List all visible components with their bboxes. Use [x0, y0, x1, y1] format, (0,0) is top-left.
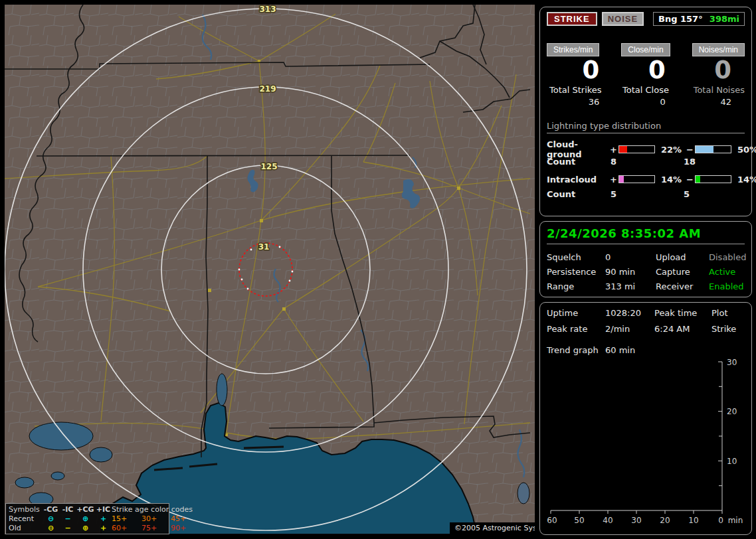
strike-mode-button[interactable]: STRIKE: [547, 12, 597, 26]
total-strikes-label: Total Strikes: [547, 85, 613, 95]
range-label: Range: [547, 281, 605, 291]
plus-sign: +: [610, 145, 618, 155]
x-tick-40: 40: [603, 516, 613, 525]
squelch-value: 0: [605, 252, 656, 262]
noise-mode-button[interactable]: NOISE: [602, 12, 644, 26]
x-tick-10: 10: [688, 516, 698, 525]
plot-mode-value: Strike: [711, 324, 745, 334]
count-label: Count: [547, 157, 611, 167]
upload-status: Disabled: [709, 252, 746, 262]
age-15: 15+: [112, 514, 142, 524]
bearing-readout: Bng 157° 398mi: [653, 12, 745, 26]
total-noises-value: 42: [679, 97, 745, 107]
squelch-label: Squelch: [547, 252, 605, 262]
cg-negative-bar-fill: [696, 146, 713, 153]
trend-graph-chart: 30 20 10 60 50 40 30 20 10 0 min: [547, 359, 745, 526]
trend-x-labels: 60 50 40 30 20 10 0 min: [547, 516, 743, 525]
neg-ic-recent-icon: −: [60, 514, 76, 524]
close-per-min-value: 0: [613, 56, 678, 84]
strike-stats-panel: STRIKE NOISE Bng 157° 398mi Strikes/min …: [539, 7, 752, 216]
distribution-heading: Lightning type distribution: [547, 121, 745, 133]
x-tick-20: 20: [660, 516, 670, 525]
upload-label: Upload: [656, 252, 709, 262]
ic-positive-bar-fill: [619, 176, 624, 183]
datetime-display: 2/24/2026 8:35:02 AM: [547, 226, 745, 244]
uptime-label: Uptime: [547, 308, 605, 318]
total-noises-label: Total Noises: [679, 85, 745, 95]
legend-col-neg-ic: -IC: [60, 505, 76, 514]
noises-per-min-value: 0: [679, 56, 745, 84]
trend-axes: [551, 362, 722, 514]
plus-sign: +: [610, 175, 618, 185]
strikes-per-min-value: 0: [547, 56, 613, 84]
total-close-label: Total Close: [613, 85, 678, 95]
ring-label-313: 313: [259, 5, 276, 14]
y-tick-30: 30: [727, 359, 737, 367]
legend-col-pos-ic: +IC: [95, 505, 112, 514]
range-value: 313 mi: [605, 281, 656, 291]
receiver-label: Receiver: [656, 281, 709, 291]
pos-cg-recent-icon: ⊕: [76, 514, 95, 524]
strikes-counter-column: Strikes/min 0 Total Strikes 36: [547, 43, 613, 107]
legend-col-neg-cg: -CG: [42, 505, 60, 514]
age-60: 60+: [112, 524, 142, 533]
total-strikes-value: 36: [547, 97, 613, 107]
neg-cg-old-icon: ⊖: [42, 524, 60, 533]
x-tick-60: 60: [547, 516, 557, 525]
cg-positive-bar-fill: [619, 146, 627, 153]
capture-status: Active: [709, 267, 746, 277]
age-45: 45+: [171, 514, 197, 524]
legend-symbols-header: Symbols: [9, 505, 42, 514]
y-tick-10: 10: [727, 457, 737, 466]
ic-negative-pct: 14%: [734, 175, 756, 185]
peak-time-value: 6:24 AM: [654, 324, 711, 334]
app-window: 313 219 125 31 Symbols -CG -IC +CG +IC S…: [0, 0, 756, 539]
x-tick-50: 50: [574, 516, 584, 525]
uptime-value: 1028:20: [605, 308, 654, 318]
pos-cg-old-icon: ⊕: [76, 524, 95, 533]
intracloud-row: Intracloud + 14% − 14%: [547, 172, 745, 187]
persistence-label: Persistence: [547, 267, 605, 277]
bearing-value: Bng 157°: [658, 14, 703, 24]
cg-negative-count: 18: [684, 157, 745, 167]
legend-row-recent-label: Recent: [9, 514, 42, 524]
noises-counter-column: Noises/min 0 Total Noises 42: [679, 43, 745, 107]
lightning-map[interactable]: 313 219 125 31 Symbols -CG -IC +CG +IC S…: [5, 5, 535, 534]
map-canvas: 313 219 125 31: [5, 5, 535, 534]
bearing-range-value: 398mi: [709, 14, 739, 24]
age-75: 75+: [142, 524, 171, 533]
cloud-ground-row: Cloud-ground + 22% − 50%: [547, 139, 745, 154]
intracloud-count-row: Count 5 5: [547, 187, 745, 201]
minus-sign: −: [686, 145, 695, 155]
status-panel: 2/24/2026 8:35:02 AM Squelch 0 Upload Di…: [539, 221, 752, 297]
map-legend: Symbols -CG -IC +CG +IC Strike age color…: [5, 503, 169, 534]
copyright-notice: ©2005 Astrogenic Systems: [450, 522, 535, 534]
cg-positive-count: 8: [611, 157, 684, 167]
trend-y-labels: 30 20 10: [727, 359, 737, 466]
peak-rate-value: 2/min: [605, 324, 654, 334]
x-tick-0: 0: [718, 516, 723, 525]
ring-label-31: 31: [258, 242, 270, 252]
age-30: 30+: [142, 514, 171, 524]
receiver-status: Enabled: [709, 281, 746, 291]
strikes-per-min-button[interactable]: Strikes/min: [547, 43, 599, 56]
close-per-min-button[interactable]: Close/min: [621, 43, 670, 56]
age-90: 90+: [171, 524, 197, 533]
ic-positive-count: 5: [611, 189, 684, 199]
cg-positive-bar: [618, 145, 655, 153]
ic-negative-count: 5: [684, 189, 745, 199]
neg-ic-old-icon: −: [60, 524, 76, 533]
ring-label-125: 125: [260, 162, 277, 171]
noises-per-min-button[interactable]: Noises/min: [692, 43, 745, 56]
minus-sign: −: [686, 175, 695, 185]
persistence-value: 90 min: [605, 267, 656, 277]
ic-negative-bar-fill: [696, 176, 700, 183]
close-counter-column: Close/min 0 Total Close 0: [613, 43, 678, 107]
x-tick-30: 30: [631, 516, 641, 525]
ring-label-219: 219: [259, 84, 276, 94]
total-close-value: 0: [613, 97, 678, 107]
intracloud-label: Intracloud: [547, 175, 610, 185]
trend-panel: Uptime 1028:20 Peak time Plot Peak rate …: [539, 302, 752, 535]
neg-cg-recent-icon: ⊖: [42, 514, 60, 524]
ic-negative-bar: [695, 175, 731, 183]
